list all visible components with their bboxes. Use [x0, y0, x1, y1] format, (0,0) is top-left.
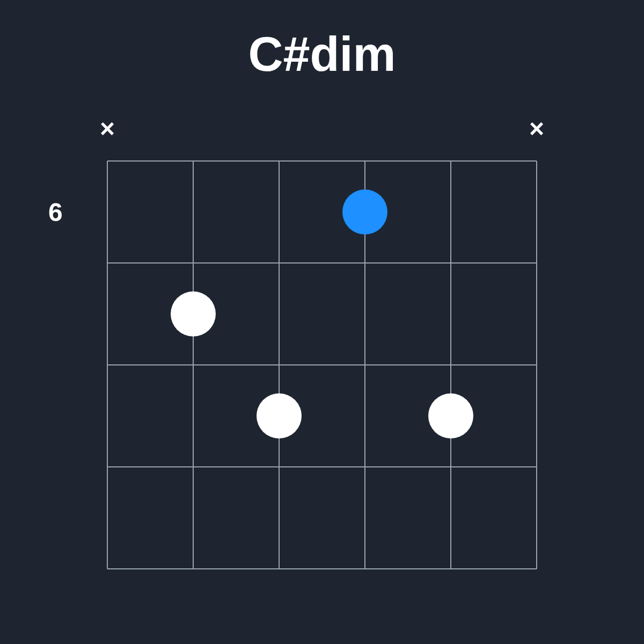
mute-string-icon: ×: [529, 116, 544, 142]
finger-dot: [428, 393, 473, 438]
finger-dot: [257, 393, 302, 438]
starting-fret-label: 6: [48, 197, 63, 227]
chord-diagram: 6××: [0, 0, 644, 644]
root-note-dot: [342, 189, 387, 235]
fretboard-grid: [0, 0, 644, 644]
finger-dot: [171, 291, 216, 336]
mute-string-icon: ×: [100, 116, 115, 142]
